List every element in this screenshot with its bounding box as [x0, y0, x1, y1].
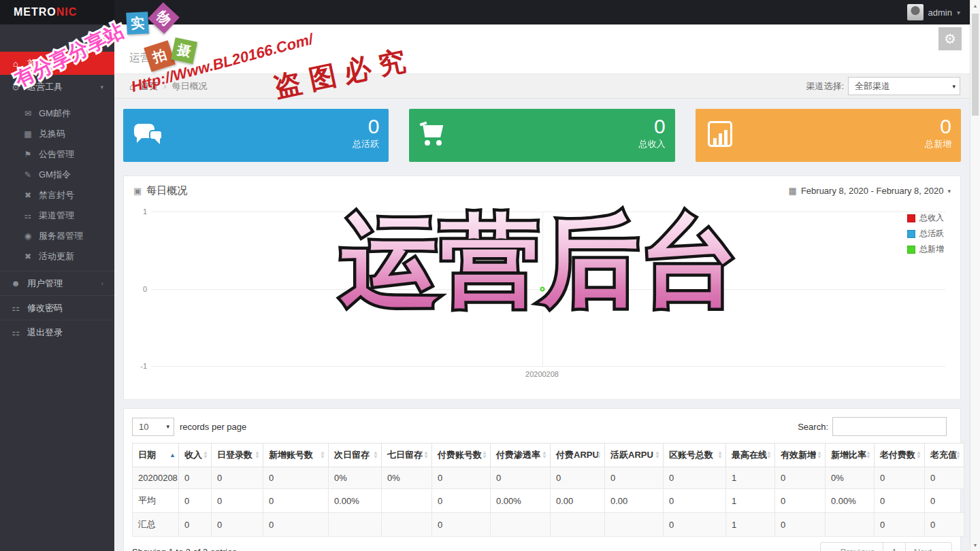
sidebar-item-home[interactable]: ⌂ 首页: [0, 52, 114, 75]
breadcrumb-home[interactable]: 首页: [140, 80, 158, 93]
legend-item[interactable]: 总收入: [907, 212, 944, 224]
cell: 0: [875, 489, 925, 513]
cell: 0: [179, 513, 212, 537]
home-icon: ⌂: [11, 59, 20, 69]
user-menu[interactable]: admin ▾: [907, 0, 960, 24]
cell: 0: [179, 489, 212, 513]
col-label: 新增账号数: [269, 450, 313, 460]
cell: 0.00%: [826, 489, 875, 513]
stat-card-revenue[interactable]: 0 总收入: [409, 109, 674, 162]
panel-title: ▣ 每日概况: [133, 184, 187, 197]
cell: 0: [432, 489, 491, 513]
avatar[interactable]: [907, 4, 924, 20]
sort-icon: [817, 451, 822, 459]
sitemap-icon: ⚏: [11, 327, 20, 337]
search-input[interactable]: [832, 417, 947, 436]
col-header-pay-penetration[interactable]: 付费渗透率: [491, 444, 551, 467]
sidebar-item-gm-mail[interactable]: ✉GM邮件: [0, 103, 114, 124]
pencil-icon: ✎: [23, 170, 33, 180]
sidebar-item-label: 公告管理: [39, 148, 74, 161]
sort-icon: [717, 451, 723, 459]
table-row: 平均 0 0 0 0.00% 0 0.00% 0.00 0.00 0 1 0 0…: [133, 489, 964, 513]
cell: 0.00%: [329, 489, 382, 513]
stat-card-new[interactable]: 0 总新增: [696, 109, 961, 162]
col-header-old-recharge[interactable]: 老充值: [925, 444, 964, 467]
settings-button[interactable]: ⚙: [938, 27, 962, 50]
logo-metro: METRO: [14, 6, 56, 18]
sidebar-item-redeem-code[interactable]: ▦兑换码: [0, 124, 114, 144]
stat-card-active[interactable]: 0 总活跃: [123, 109, 389, 162]
stat-label: 总活跃: [353, 138, 379, 150]
cell: 0: [925, 513, 964, 537]
col-header-daily-logins[interactable]: 日登录数: [212, 444, 263, 467]
col-label: 老充值: [930, 450, 957, 460]
panel-header: ▣ 每日概况 ▦ February 8, 2020 - February 8, …: [124, 176, 960, 201]
megaphone-icon: ⚑: [23, 150, 33, 159]
col-label: 付费ARPU: [556, 450, 599, 460]
sidebar-item-server-mgmt[interactable]: ◉服务器管理: [0, 226, 114, 246]
sort-icon: [655, 451, 660, 459]
sidebar-item-mute-ban[interactable]: ✖禁言封号: [0, 185, 114, 205]
daily-stats-table: 日期 收入 日登录数 新增账号数 次日留存 七日留存 付费账号数 付费渗透率 付…: [132, 443, 964, 537]
legend-swatch: [907, 246, 915, 254]
col-header-active-arpu[interactable]: 活跃ARPU: [605, 444, 664, 467]
page-length-value: 10: [139, 422, 148, 432]
legend-item[interactable]: 总活跃: [907, 228, 944, 239]
scroll-down-icon[interactable]: ▼: [970, 543, 980, 548]
col-header-old-payers[interactable]: 老付费数: [875, 444, 925, 467]
sort-icon: [956, 451, 961, 459]
line-chart: 1 0 -1 20200208 总收入 总活跃: [133, 203, 951, 385]
sidebar-item-announcement[interactable]: ⚑公告管理: [0, 144, 114, 165]
legend-item[interactable]: 总新增: [907, 244, 944, 255]
scroll-up-icon[interactable]: ▲: [970, 3, 980, 8]
logo-nic: NIC: [56, 6, 78, 18]
col-header-new-ratio[interactable]: 新增比率: [826, 444, 875, 467]
col-header-total-accounts[interactable]: 区账号总数: [664, 444, 726, 467]
col-header-new-accounts[interactable]: 新增账号数: [263, 444, 329, 467]
y-tick: 0: [133, 285, 147, 293]
col-header-paying-accounts[interactable]: 付费账号数: [432, 444, 491, 467]
col-header-peak-online[interactable]: 最高在线: [726, 444, 775, 467]
prev-page-button[interactable]: ← Previous: [820, 542, 883, 551]
sidebar-item-change-password[interactable]: ⚏ 修改密码: [0, 295, 114, 320]
date-range-picker[interactable]: ▦ February 8, 2020 - February 8, 2020 ▾: [789, 186, 951, 196]
col-label: 日登录数: [217, 450, 252, 460]
sidebar-item-label: 运营工具: [27, 81, 63, 93]
table-row: 20200208 0 0 0 0% 0% 0 0 0 0 0 1 0 0% 0 …: [133, 467, 964, 489]
col-header-revenue[interactable]: 收入: [179, 444, 212, 467]
chevron-down-icon: ▾: [100, 84, 103, 90]
scrollbar-thumb[interactable]: [972, 14, 979, 116]
col-header-d7-retention[interactable]: 七日留存: [382, 444, 432, 467]
calendar-icon: ▦: [789, 186, 797, 196]
sidebar-item-channel-mgmt[interactable]: ⚏渠道管理: [0, 205, 114, 226]
breadcrumb-current: 每日概况: [172, 80, 207, 93]
chevron-down-icon: ▾: [947, 188, 951, 195]
sort-icon: [916, 451, 921, 459]
sidebar-item-label: 禁言封号: [39, 189, 74, 201]
pagination: ← Previous 1 Next →: [821, 542, 952, 551]
cell: 0.00: [551, 489, 605, 513]
col-header-d1-retention[interactable]: 次日留存: [329, 444, 382, 467]
data-point[interactable]: [540, 287, 544, 292]
sidebar-item-gm-command[interactable]: ✎GM指令: [0, 165, 114, 185]
page-1-button[interactable]: 1: [883, 542, 905, 551]
cell: [826, 513, 875, 537]
sidebar-item-tools[interactable]: ⚙ 运营工具 ▾: [0, 75, 114, 99]
page-scrollbar[interactable]: ▲ ▼: [970, 0, 980, 551]
sort-icon: [542, 451, 547, 459]
sidebar-item-activity-update[interactable]: ✖活动更新: [0, 246, 114, 267]
cell: 0: [664, 513, 726, 537]
sidebar-item-user-mgmt[interactable]: ☻ 用户管理 ‹: [0, 271, 114, 295]
next-page-button[interactable]: Next →: [905, 542, 952, 551]
page-length-select[interactable]: 10 ▾: [132, 418, 174, 436]
search-label: Search:: [798, 422, 828, 432]
breadcrumb: ⌂ 首页 › 每日概况: [129, 80, 207, 93]
table-controls: 10 ▾ records per page Search:: [132, 417, 952, 436]
daily-overview-panel: ▣ 每日概况 ▦ February 8, 2020 - February 8, …: [123, 176, 961, 400]
col-label: 七日留存: [387, 450, 423, 460]
col-header-pay-arpu[interactable]: 付费ARPU: [551, 444, 605, 467]
sidebar-item-logout[interactable]: ⚏ 退出登录: [0, 320, 114, 344]
col-header-valid-new[interactable]: 有效新增: [775, 444, 826, 467]
col-header-date[interactable]: 日期: [133, 444, 179, 467]
channel-select[interactable]: 全部渠道 ▾: [848, 77, 960, 95]
